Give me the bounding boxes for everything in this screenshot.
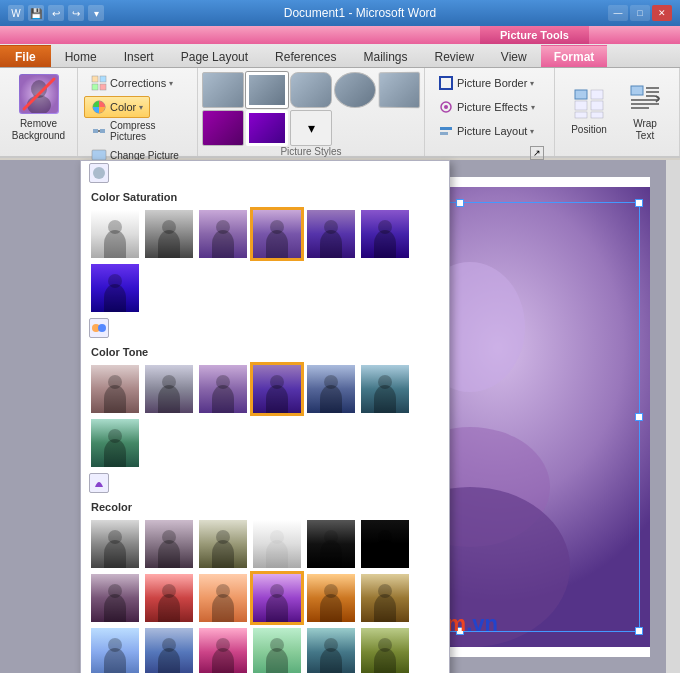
tab-home[interactable]: Home (52, 45, 110, 67)
tab-view[interactable]: View (488, 45, 540, 67)
color-button[interactable]: Color ▾ (84, 96, 150, 118)
layout-arrow: ▾ (530, 127, 534, 136)
corrections-arrow: ▾ (169, 79, 173, 88)
corrections-button[interactable]: Corrections ▾ (84, 72, 180, 94)
svg-rect-7 (100, 84, 106, 90)
tone-thumb-7[interactable] (89, 417, 141, 469)
layout-icon (438, 123, 454, 139)
tone-small-icon (89, 318, 109, 338)
scrollbar[interactable] (666, 160, 680, 673)
position-label: Position (571, 124, 607, 136)
save-icon[interactable]: 💾 (28, 5, 44, 21)
customize-icon[interactable]: ▾ (88, 5, 104, 21)
recolor-thumb-9[interactable] (197, 572, 249, 624)
svg-point-14 (444, 105, 448, 109)
svg-rect-10 (100, 129, 105, 133)
border-label: Picture Border (457, 77, 527, 89)
style-thumb-5[interactable] (379, 72, 420, 109)
redo-icon[interactable]: ↪ (68, 5, 84, 21)
svg-rect-22 (591, 112, 603, 118)
saturation-thumb-2[interactable] (143, 208, 195, 260)
picture-effects-button[interactable]: Picture Effects ▾ (431, 96, 542, 118)
watermark-vn: .vn (466, 611, 498, 636)
style-thumb-2[interactable] (246, 72, 288, 108)
dialog-launcher[interactable]: ↗ (530, 146, 544, 160)
corrections-icon (91, 75, 107, 91)
handle-mr[interactable] (635, 413, 643, 421)
handle-br[interactable] (635, 627, 643, 635)
style-thumb-more[interactable]: ▾ (290, 110, 332, 146)
ribbon-tabs: File Home Insert Page Layout References … (0, 44, 680, 68)
tab-insert[interactable]: Insert (111, 45, 167, 67)
compress-button[interactable]: Compress Pictures (84, 120, 191, 142)
effects-icon (438, 99, 454, 115)
saturation-header-row (81, 161, 449, 185)
tab-references[interactable]: References (262, 45, 349, 67)
window-controls: — □ ✕ (608, 5, 672, 21)
undo-icon[interactable]: ↩ (48, 5, 64, 21)
tone-thumb-1[interactable] (89, 363, 141, 415)
tone-thumb-2[interactable] (143, 363, 195, 415)
svg-rect-4 (92, 76, 98, 82)
style-thumb-4[interactable] (334, 72, 376, 108)
tab-format[interactable]: Format (541, 45, 608, 67)
saturation-thumb-1[interactable] (89, 208, 141, 260)
picture-layout-button[interactable]: Picture Layout ▾ (431, 120, 541, 142)
recolor-label: Recolor (81, 495, 449, 516)
tone-thumb-4[interactable] (251, 363, 303, 415)
saturation-thumb-7[interactable] (89, 262, 141, 314)
change-label: Change Picture (110, 150, 179, 161)
tone-thumb-3[interactable] (197, 363, 249, 415)
recolor-thumb-6[interactable] (359, 518, 411, 570)
recolor-thumb-14[interactable] (143, 626, 195, 673)
recolor-thumb-8[interactable] (143, 572, 195, 624)
recolor-thumb-17[interactable] (305, 626, 357, 673)
recolor-thumb-2[interactable] (143, 518, 195, 570)
recolor-thumb-3[interactable] (197, 518, 249, 570)
recolor-thumb-5[interactable] (305, 518, 357, 570)
color-tone-grid (81, 361, 449, 471)
recolor-thumb-4[interactable] (251, 518, 303, 570)
recolor-thumb-18[interactable] (359, 626, 411, 673)
remove-background-label: Remove Background (10, 118, 67, 142)
tone-thumb-5[interactable] (305, 363, 357, 415)
compress-row: Compress Pictures (84, 120, 191, 142)
position-button[interactable]: Position (563, 74, 615, 150)
color-label: Color (110, 101, 136, 113)
maximize-button[interactable]: □ (630, 5, 650, 21)
style-thumb-1[interactable] (202, 72, 244, 108)
saturation-thumb-4[interactable] (251, 208, 303, 260)
recolor-thumb-13[interactable] (89, 626, 141, 673)
saturation-thumb-6[interactable] (359, 208, 411, 260)
picture-border-button[interactable]: Picture Border ▾ (431, 72, 541, 94)
recolor-thumb-1[interactable] (89, 518, 141, 570)
recolor-thumb-11[interactable] (305, 572, 357, 624)
saturation-thumb-5[interactable] (305, 208, 357, 260)
handle-tr[interactable] (635, 199, 643, 207)
svg-rect-15 (440, 127, 452, 130)
tab-page-layout[interactable]: Page Layout (168, 45, 261, 67)
style-thumb-7[interactable] (246, 110, 288, 146)
style-thumb-6[interactable] (202, 110, 244, 146)
tab-review[interactable]: Review (421, 45, 486, 67)
tab-file[interactable]: File (0, 45, 51, 67)
saturation-thumb-3[interactable] (197, 208, 249, 260)
tab-mailings[interactable]: Mailings (350, 45, 420, 67)
recolor-thumb-15[interactable] (197, 626, 249, 673)
remove-background-group[interactable]: Remove Background (0, 68, 78, 156)
style-thumb-3[interactable] (290, 72, 332, 108)
word-icon: W (8, 5, 24, 21)
title-bar-icons: W 💾 ↩ ↪ ▾ (8, 5, 104, 21)
recolor-small-icon (89, 473, 109, 493)
picture-arrange-group: Picture Border ▾ Picture Effects ▾ Pictu… (425, 68, 555, 156)
handle-tm[interactable] (456, 199, 464, 207)
recolor-thumb-7[interactable] (89, 572, 141, 624)
recolor-thumb-16[interactable] (251, 626, 303, 673)
tone-thumb-6[interactable] (359, 363, 411, 415)
svg-rect-17 (575, 90, 587, 99)
close-button[interactable]: ✕ (652, 5, 672, 21)
wrap-text-button[interactable]: WrapText (619, 74, 671, 150)
recolor-thumb-12[interactable] (359, 572, 411, 624)
minimize-button[interactable]: — (608, 5, 628, 21)
recolor-thumb-10[interactable] (251, 572, 303, 624)
